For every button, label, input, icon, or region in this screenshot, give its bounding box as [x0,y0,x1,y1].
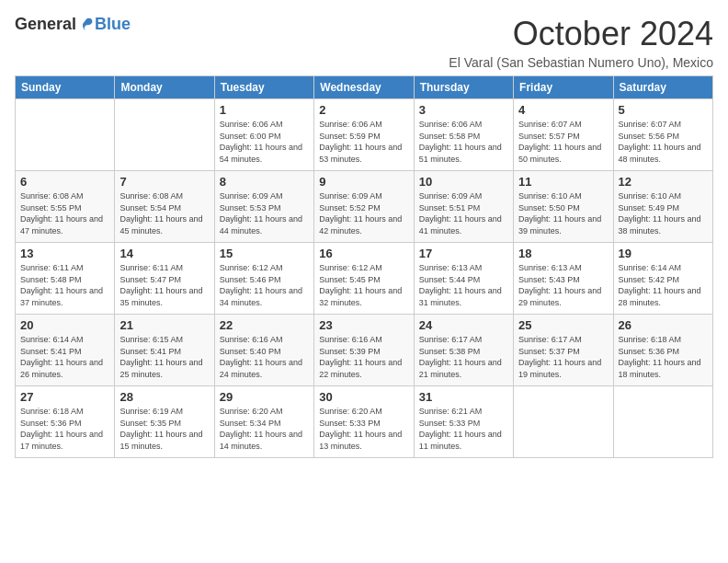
day-info: Sunrise: 6:19 AMSunset: 5:35 PMDaylight:… [119,406,209,452]
calendar-day-cell: 26Sunrise: 6:18 AMSunset: 5:36 PMDayligh… [613,315,712,386]
day-info: Sunrise: 6:07 AMSunset: 5:56 PMDaylight:… [619,119,708,165]
weekday-header-thursday: Thursday [414,76,513,99]
calendar-day-cell: 20Sunrise: 6:14 AMSunset: 5:41 PMDayligh… [16,315,115,386]
day-number: 27 [20,390,109,404]
day-number: 29 [220,390,309,404]
day-number: 25 [518,318,608,332]
day-info: Sunrise: 6:07 AMSunset: 5:57 PMDaylight:… [518,119,608,165]
day-info: Sunrise: 6:06 AMSunset: 5:58 PMDaylight:… [419,119,508,165]
day-info: Sunrise: 6:12 AMSunset: 5:45 PMDaylight:… [319,262,408,308]
day-number: 26 [619,318,708,332]
day-number: 2 [319,103,408,117]
day-info: Sunrise: 6:10 AMSunset: 5:50 PMDaylight:… [518,190,608,236]
calendar-week-row: 1Sunrise: 6:06 AMSunset: 6:00 PMDaylight… [16,99,713,171]
calendar-day-cell: 7Sunrise: 6:08 AMSunset: 5:54 PMDaylight… [115,171,214,243]
calendar-day-cell: 24Sunrise: 6:17 AMSunset: 5:38 PMDayligh… [414,315,513,386]
day-number: 1 [220,103,309,117]
day-info: Sunrise: 6:10 AMSunset: 5:49 PMDaylight:… [619,190,708,236]
calendar-week-row: 20Sunrise: 6:14 AMSunset: 5:41 PMDayligh… [16,315,713,386]
day-number: 17 [419,247,508,260]
calendar-day-cell: 2Sunrise: 6:06 AMSunset: 5:59 PMDaylight… [314,99,414,171]
calendar-day-cell: 31Sunrise: 6:21 AMSunset: 5:33 PMDayligh… [414,386,513,458]
day-number: 28 [119,390,209,404]
day-info: Sunrise: 6:17 AMSunset: 5:38 PMDaylight:… [419,334,508,380]
calendar-day-cell: 22Sunrise: 6:16 AMSunset: 5:40 PMDayligh… [214,315,313,386]
page-header: General Blue October 2024 El Varal (San … [15,15,713,70]
day-info: Sunrise: 6:21 AMSunset: 5:33 PMDaylight:… [419,406,508,452]
calendar-day-cell: 1Sunrise: 6:06 AMSunset: 6:00 PMDaylight… [214,99,313,171]
day-info: Sunrise: 6:16 AMSunset: 5:39 PMDaylight:… [319,334,408,380]
day-number: 10 [419,175,508,189]
calendar-header-row: SundayMondayTuesdayWednesdayThursdayFrid… [16,76,713,99]
day-number: 6 [20,175,109,189]
calendar-week-row: 6Sunrise: 6:08 AMSunset: 5:55 PMDaylight… [16,171,713,243]
day-number: 5 [619,103,708,117]
day-info: Sunrise: 6:14 AMSunset: 5:42 PMDaylight:… [619,262,708,308]
calendar-table: SundayMondayTuesdayWednesdayThursdayFrid… [15,75,713,458]
day-number: 22 [220,318,309,332]
empty-cell [115,99,214,171]
logo-bird-icon [78,17,95,33]
location-title: El Varal (San Sebastian Numero Uno), Mex… [449,55,713,70]
calendar-day-cell: 4Sunrise: 6:07 AMSunset: 5:57 PMDaylight… [514,99,613,171]
day-number: 12 [619,175,708,189]
day-number: 18 [518,247,608,260]
calendar-day-cell: 23Sunrise: 6:16 AMSunset: 5:39 PMDayligh… [314,315,414,386]
day-number: 4 [518,103,608,117]
calendar-day-cell: 10Sunrise: 6:09 AMSunset: 5:51 PMDayligh… [414,171,513,243]
calendar-day-cell: 30Sunrise: 6:20 AMSunset: 5:33 PMDayligh… [314,386,414,458]
calendar-day-cell: 16Sunrise: 6:12 AMSunset: 5:45 PMDayligh… [314,243,414,315]
calendar-day-cell: 27Sunrise: 6:18 AMSunset: 5:36 PMDayligh… [16,386,115,458]
calendar-day-cell: 17Sunrise: 6:13 AMSunset: 5:44 PMDayligh… [414,243,513,315]
empty-cell [613,386,712,458]
day-number: 30 [319,390,408,404]
day-info: Sunrise: 6:08 AMSunset: 5:55 PMDaylight:… [20,190,109,236]
day-info: Sunrise: 6:15 AMSunset: 5:41 PMDaylight:… [119,334,209,380]
day-info: Sunrise: 6:09 AMSunset: 5:51 PMDaylight:… [419,190,508,236]
calendar-day-cell: 11Sunrise: 6:10 AMSunset: 5:50 PMDayligh… [514,171,613,243]
day-number: 7 [119,175,209,189]
day-number: 31 [419,390,508,404]
day-number: 20 [20,318,109,332]
day-info: Sunrise: 6:09 AMSunset: 5:52 PMDaylight:… [319,190,408,236]
day-number: 24 [419,318,508,332]
day-number: 8 [220,175,309,189]
day-number: 9 [319,175,408,189]
calendar-week-row: 27Sunrise: 6:18 AMSunset: 5:36 PMDayligh… [16,386,713,458]
day-info: Sunrise: 6:17 AMSunset: 5:37 PMDaylight:… [518,334,608,380]
day-info: Sunrise: 6:12 AMSunset: 5:46 PMDaylight:… [220,262,309,308]
weekday-header-monday: Monday [115,76,214,99]
day-number: 3 [419,103,508,117]
empty-cell [16,99,115,171]
day-info: Sunrise: 6:18 AMSunset: 5:36 PMDaylight:… [619,334,708,380]
calendar-day-cell: 29Sunrise: 6:20 AMSunset: 5:34 PMDayligh… [214,386,313,458]
calendar-day-cell: 18Sunrise: 6:13 AMSunset: 5:43 PMDayligh… [514,243,613,315]
calendar-day-cell: 6Sunrise: 6:08 AMSunset: 5:55 PMDaylight… [16,171,115,243]
day-number: 21 [119,318,209,332]
day-info: Sunrise: 6:06 AMSunset: 6:00 PMDaylight:… [220,119,309,165]
day-info: Sunrise: 6:13 AMSunset: 5:44 PMDaylight:… [419,262,508,308]
calendar-day-cell: 3Sunrise: 6:06 AMSunset: 5:58 PMDaylight… [414,99,513,171]
calendar-day-cell: 9Sunrise: 6:09 AMSunset: 5:52 PMDaylight… [314,171,414,243]
calendar-day-cell: 25Sunrise: 6:17 AMSunset: 5:37 PMDayligh… [514,315,613,386]
day-info: Sunrise: 6:20 AMSunset: 5:33 PMDaylight:… [319,406,408,452]
calendar-day-cell: 21Sunrise: 6:15 AMSunset: 5:41 PMDayligh… [115,315,214,386]
day-info: Sunrise: 6:16 AMSunset: 5:40 PMDaylight:… [220,334,309,380]
calendar-day-cell: 12Sunrise: 6:10 AMSunset: 5:49 PMDayligh… [613,171,712,243]
weekday-header-saturday: Saturday [613,76,712,99]
day-info: Sunrise: 6:11 AMSunset: 5:47 PMDaylight:… [119,262,209,308]
day-number: 16 [319,247,408,260]
day-info: Sunrise: 6:09 AMSunset: 5:53 PMDaylight:… [220,190,309,236]
weekday-header-wednesday: Wednesday [314,76,414,99]
calendar-day-cell: 28Sunrise: 6:19 AMSunset: 5:35 PMDayligh… [115,386,214,458]
day-info: Sunrise: 6:18 AMSunset: 5:36 PMDaylight:… [20,406,109,452]
day-number: 11 [518,175,608,189]
logo-general-text: General [15,15,76,34]
calendar-week-row: 13Sunrise: 6:11 AMSunset: 5:48 PMDayligh… [16,243,713,315]
logo: General Blue [15,15,131,34]
day-info: Sunrise: 6:11 AMSunset: 5:48 PMDaylight:… [20,262,109,308]
day-number: 14 [119,247,209,260]
logo-blue-text: Blue [95,15,131,34]
calendar-day-cell: 15Sunrise: 6:12 AMSunset: 5:46 PMDayligh… [214,243,313,315]
calendar-day-cell: 8Sunrise: 6:09 AMSunset: 5:53 PMDaylight… [214,171,313,243]
